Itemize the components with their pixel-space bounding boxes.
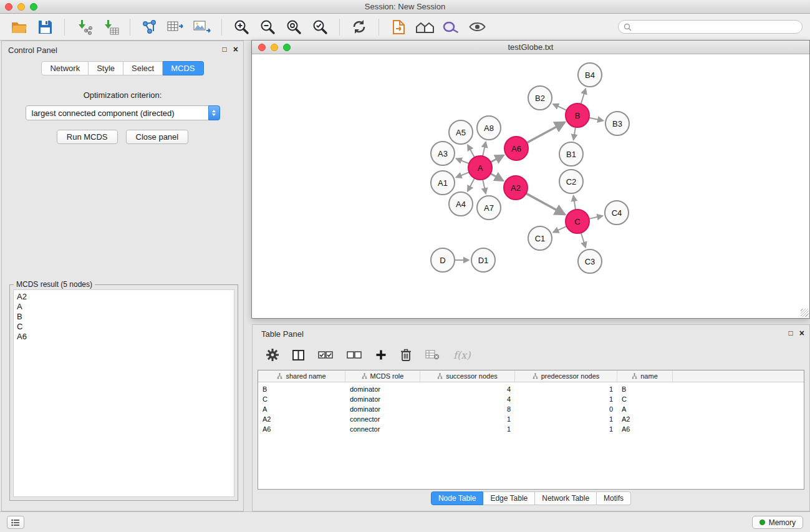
zoom-window-button[interactable] bbox=[30, 3, 37, 11]
result-item[interactable]: A6 bbox=[17, 332, 231, 342]
zoom-selected-button[interactable] bbox=[309, 16, 331, 37]
graph-edge-A6-B[interactable] bbox=[527, 122, 565, 143]
close-network-window-button[interactable] bbox=[258, 44, 266, 51]
import-network-button[interactable] bbox=[73, 16, 95, 37]
refresh-view-button[interactable] bbox=[348, 16, 370, 37]
search-input[interactable] bbox=[635, 22, 797, 31]
table-options-button[interactable] bbox=[266, 349, 279, 361]
function-builder-button[interactable]: f(x) bbox=[453, 349, 470, 361]
graph-edge-B-B3[interactable] bbox=[589, 118, 604, 121]
close-panel-button[interactable]: Close panel bbox=[126, 130, 189, 144]
vision-filter-button[interactable] bbox=[440, 16, 462, 37]
table-row[interactable]: Bdominator41B bbox=[258, 384, 804, 394]
table-row[interactable]: Adominator80A bbox=[258, 404, 804, 414]
table-cell[interactable]: B bbox=[617, 385, 673, 393]
toggle-columns-button[interactable] bbox=[292, 350, 304, 360]
open-session-button[interactable] bbox=[7, 16, 30, 37]
table-cell[interactable]: A6 bbox=[617, 425, 673, 433]
table-cell[interactable]: B bbox=[258, 385, 345, 393]
network-window-titlebar[interactable]: testGlobe.txt bbox=[252, 41, 809, 54]
table-cell[interactable]: A2 bbox=[258, 415, 345, 423]
zoom-network-window-button[interactable] bbox=[283, 44, 291, 51]
float-table-panel-icon[interactable]: □ bbox=[789, 329, 793, 337]
table-cell[interactable]: connector bbox=[345, 415, 420, 423]
show-task-history-button[interactable] bbox=[7, 516, 24, 529]
table-cell[interactable]: connector bbox=[345, 425, 420, 433]
table-cell[interactable]: 4 bbox=[420, 385, 515, 393]
column-header[interactable]: name bbox=[617, 370, 673, 382]
import-table-button[interactable] bbox=[99, 16, 122, 37]
close-panel-icon[interactable]: × bbox=[233, 46, 238, 53]
table-cell[interactable]: 1 bbox=[515, 415, 617, 423]
table-cell[interactable]: 0 bbox=[515, 405, 617, 413]
column-header[interactable]: shared name bbox=[258, 370, 345, 382]
table-cell[interactable]: 1 bbox=[515, 425, 617, 433]
save-session-button[interactable] bbox=[34, 16, 56, 37]
create-column-button[interactable] bbox=[375, 349, 387, 360]
table-cell[interactable]: dominator bbox=[345, 395, 420, 403]
tab-edge-table[interactable]: Edge Table bbox=[483, 491, 535, 505]
network-graph[interactable]: B4B2BB3A5A8A6A3B1AC2A1A2A4A7C4CC1DD1C3 bbox=[252, 54, 809, 317]
result-item[interactable]: C bbox=[17, 322, 231, 332]
column-header[interactable]: successor nodes bbox=[420, 370, 515, 382]
graph-edge-C-C3[interactable] bbox=[581, 233, 586, 248]
select-all-button[interactable] bbox=[318, 351, 333, 359]
result-item[interactable]: B bbox=[17, 312, 231, 322]
zoom-fit-button[interactable] bbox=[282, 16, 305, 37]
table-row[interactable]: A2connector11A2 bbox=[258, 414, 804, 424]
column-header[interactable]: MCDS role bbox=[345, 370, 420, 382]
graph-edge-C-C2[interactable] bbox=[574, 196, 576, 210]
export-image-button[interactable] bbox=[191, 16, 213, 37]
table-cell[interactable]: A bbox=[258, 405, 345, 413]
table-cell[interactable]: 8 bbox=[420, 405, 515, 413]
table-cell[interactable]: dominator bbox=[345, 385, 420, 393]
close-window-button[interactable] bbox=[5, 3, 12, 11]
graph-edge-A-A3[interactable] bbox=[456, 158, 469, 163]
tab-node-table[interactable]: Node Table bbox=[431, 491, 484, 505]
tab-select[interactable]: Select bbox=[123, 61, 163, 75]
delete-table-button[interactable] bbox=[425, 350, 440, 360]
graph-edge-A-A6[interactable] bbox=[491, 155, 504, 162]
show-hide-panel-button[interactable] bbox=[466, 16, 488, 37]
delete-columns-button[interactable] bbox=[400, 349, 412, 361]
table-cell[interactable]: C bbox=[258, 395, 345, 403]
graph-edge-C-C1[interactable] bbox=[553, 226, 567, 233]
graph-edge-A-A8[interactable] bbox=[483, 142, 486, 156]
resize-grip[interactable] bbox=[801, 309, 809, 317]
result-item[interactable]: A2 bbox=[17, 292, 231, 302]
table-cell[interactable]: dominator bbox=[345, 405, 420, 413]
table-cell[interactable]: 1 bbox=[515, 395, 617, 403]
table-row[interactable]: Cdominator41C bbox=[258, 394, 804, 404]
minimize-network-window-button[interactable] bbox=[271, 44, 278, 51]
zoom-in-button[interactable] bbox=[230, 16, 253, 37]
export-table-button[interactable] bbox=[165, 16, 187, 37]
close-table-panel-icon[interactable]: × bbox=[799, 329, 804, 337]
graph-edge-A-A4[interactable] bbox=[468, 178, 475, 191]
optimization-criterion-select[interactable]: largest connected component (directed) bbox=[26, 105, 220, 120]
zoom-out-button[interactable] bbox=[256, 16, 279, 37]
graph-edge-B-B4[interactable] bbox=[581, 89, 586, 104]
float-panel-icon[interactable]: □ bbox=[223, 46, 227, 53]
table-cell[interactable]: 1 bbox=[420, 415, 515, 423]
graph-edge-A-A1[interactable] bbox=[456, 172, 469, 177]
graph-edge-B-B2[interactable] bbox=[553, 104, 567, 110]
new-network-button[interactable] bbox=[138, 16, 161, 37]
deselect-all-button[interactable] bbox=[347, 351, 362, 359]
column-header[interactable]: predecessor nodes bbox=[515, 370, 617, 382]
table-cell[interactable]: 4 bbox=[420, 395, 515, 403]
table-cell[interactable]: A6 bbox=[258, 425, 345, 433]
graph-edge-C-C4[interactable] bbox=[589, 216, 603, 219]
table-cell[interactable]: A bbox=[617, 405, 673, 413]
graph-edge-A-A5[interactable] bbox=[468, 145, 475, 157]
tab-motifs[interactable]: Motifs bbox=[597, 491, 631, 505]
graph-edge-B-B1[interactable] bbox=[574, 127, 576, 140]
graph-edge-A2-C[interactable] bbox=[526, 193, 565, 215]
graph-edge-A-A7[interactable] bbox=[483, 180, 486, 194]
run-mcds-button[interactable]: Run MCDS bbox=[57, 130, 118, 144]
tab-style[interactable]: Style bbox=[89, 61, 123, 75]
table-row[interactable]: A6connector11A6 bbox=[258, 424, 804, 434]
table-cell[interactable]: A2 bbox=[617, 415, 673, 423]
tab-mcds[interactable]: MCDS bbox=[163, 61, 203, 75]
result-item[interactable]: A bbox=[17, 302, 231, 312]
minimize-window-button[interactable] bbox=[17, 3, 25, 11]
